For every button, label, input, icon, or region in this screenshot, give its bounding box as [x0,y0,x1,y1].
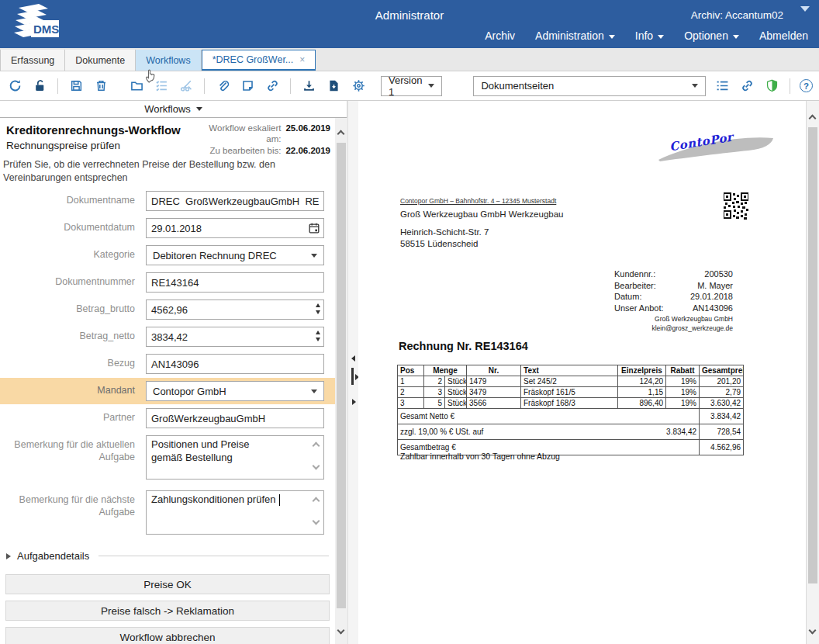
scroll-up-icon[interactable] [810,110,815,124]
archive-dropdown-caret-icon[interactable] [800,6,810,12]
preise-falsch-button[interactable]: Preise falsch -> Reklamation [5,601,330,621]
hyperlink-icon[interactable] [738,78,755,95]
link-icon[interactable] [264,78,281,95]
scroll-up-icon[interactable] [338,126,344,140]
close-tab-icon[interactable]: × [299,55,305,64]
workflow-panel: Workflows Kreditorenrechnungs-Workflow R… [0,101,347,644]
menu-item-optionen[interactable]: Optionen [684,29,739,42]
index-list-icon[interactable] [714,78,731,95]
shield-icon[interactable] [763,78,780,95]
bemerkung-naechste-textarea[interactable] [146,490,324,535]
betrag-brutto-input[interactable] [146,299,324,320]
toolbar-separator [204,78,205,94]
number-stepper[interactable] [316,331,320,341]
partner-input[interactable] [146,408,324,428]
tab-erfassung[interactable]: Erfassung [0,50,65,71]
table-row: 23Stück3479Fräskopf 161/51,1519%2,79 [398,387,744,398]
delete-icon[interactable] [92,78,109,95]
recipient-name: Groß Werkzeugbau GmbH Werkzeugbau [400,209,564,219]
field-row-mandant: Mandant Contopor GmbH [0,378,335,404]
recipient-address: Heinrich-Schicht-Str. 7 58515 Lüdenschei… [400,227,489,250]
folder-icon[interactable] [128,78,145,95]
bemerkung-aktuell-textarea[interactable] [146,435,324,480]
kategorie-select[interactable]: Debitoren Rechnung DREC [146,245,324,265]
version-select[interactable]: Version 1 [381,76,442,96]
table-row: 35Stück3566Fräskopf 168/3896,4019%3.630,… [398,398,744,409]
due-date: 22.06.2019 [285,146,330,157]
scrollbar-thumb[interactable] [337,143,346,608]
workflow-task-name: Rechnungspreise prüfen [6,140,181,151]
main-area: Workflows Kreditorenrechnungs-Workflow R… [0,101,819,644]
chevron-down-icon [658,35,664,39]
betrag-netto-input[interactable] [146,327,324,347]
refresh-icon[interactable] [6,78,23,95]
field-row-betrag-netto: Betrag_netto [0,327,335,347]
step-up-icon[interactable] [316,303,320,307]
document-pages-select[interactable]: Dokumentseiten [473,76,706,96]
field-label: Bemerkung für die aktuellen Aufgabe [0,435,146,463]
dokumentdatum-input[interactable] [146,218,324,238]
cut-icon[interactable] [178,78,195,95]
note-icon[interactable] [239,78,256,95]
preise-ok-button[interactable]: Preise OK [5,574,330,594]
collapse-left-icon[interactable] [351,355,355,362]
tab-bar: Erfassung Dokumente Workflows *DREC Groß… [0,48,819,71]
chevron-down-icon [311,254,317,258]
workflow-name: Kreditorenrechnungs-Workflow [6,123,181,138]
tab-document-active[interactable]: *DREC GroßWer...× [202,50,316,71]
scrollbar-thumb[interactable] [808,127,817,583]
dokumentnummer-input[interactable] [146,272,324,293]
field-row-bemerkung-aktuell: Bemerkung für die aktuellen Aufgabe [0,435,335,483]
workflow-abbrechen-button[interactable]: Workflow abbrechen [5,627,330,644]
step-up-icon[interactable] [316,331,320,334]
menu-item-administration[interactable]: Administration [535,29,615,42]
chevron-down-icon [733,35,739,39]
field-row-kategorie: Kategorie Debitoren Rechnung DREC [0,245,335,265]
field-label: Bemerkung für die nächste Aufgabe [0,490,146,518]
field-row-bezug: Bezug [0,354,335,374]
invoice-contact: Groß Werkzeugbau GmbH klein@grosz_werkze… [613,315,733,334]
scroll-down-icon[interactable] [338,622,344,636]
svg-text:DMS: DMS [33,23,59,36]
checklist-icon[interactable] [153,78,170,95]
settings-gear-icon[interactable] [350,78,367,95]
left-panel-scrollbar[interactable] [335,118,347,644]
menu-item-archiv[interactable]: Archiv [485,29,515,42]
export-document-icon[interactable] [325,78,342,95]
archive-label: Archiv: Accantum02 [691,9,783,21]
save-icon[interactable] [67,78,85,95]
step-down-icon[interactable] [316,338,320,341]
aufgabendetails-expander[interactable]: Aufgabendetails [6,550,329,562]
panel-splitter[interactable] [347,101,358,644]
attachment-icon[interactable] [214,78,231,95]
document-scrollbar[interactable] [807,101,819,644]
menu-item-abmelden[interactable]: Abmelden [759,29,808,42]
workflow-panel-select[interactable]: Workflows [0,101,347,118]
toolbar-separator [57,78,58,94]
bezug-input[interactable] [146,354,324,374]
app-window: DMS Administrator Archiv: Accantum02 Arc… [0,0,819,644]
mandant-select[interactable]: Contopor GmbH [146,381,324,401]
help-icon[interactable]: ? [800,79,813,92]
field-label: Betrag_brutto [0,303,146,316]
chevron-right-icon [6,553,11,559]
menu-item-info[interactable]: Info [635,29,664,42]
calendar-icon[interactable] [308,222,320,234]
chevron-down-icon [692,84,698,88]
field-row-betrag-brutto: Betrag_brutto [0,299,335,320]
tab-workflows[interactable]: Workflows [136,50,201,71]
step-down-icon[interactable] [316,310,320,314]
tab-dokumente[interactable]: Dokumente [65,50,136,71]
invoice-title: Rechnung Nr. RE143164 [399,340,528,352]
splitter-grip[interactable] [351,368,354,385]
invoice-table: Pos Menge Nr. Text Einzelpreis Rabatt Ge… [397,365,744,455]
toolbar-separator [790,78,790,94]
number-stepper[interactable] [316,303,320,314]
collapse-right-icon[interactable] [352,399,356,405]
download-icon[interactable] [300,78,317,95]
scroll-down-icon[interactable] [810,622,815,636]
workflow-actions: Preise OK Preise falsch -> Reklamation W… [0,574,335,644]
dokumentname-input[interactable] [146,191,324,211]
main-menu: Archiv Administration Info Optionen Abme… [485,29,808,42]
unlock-icon[interactable] [31,78,48,95]
